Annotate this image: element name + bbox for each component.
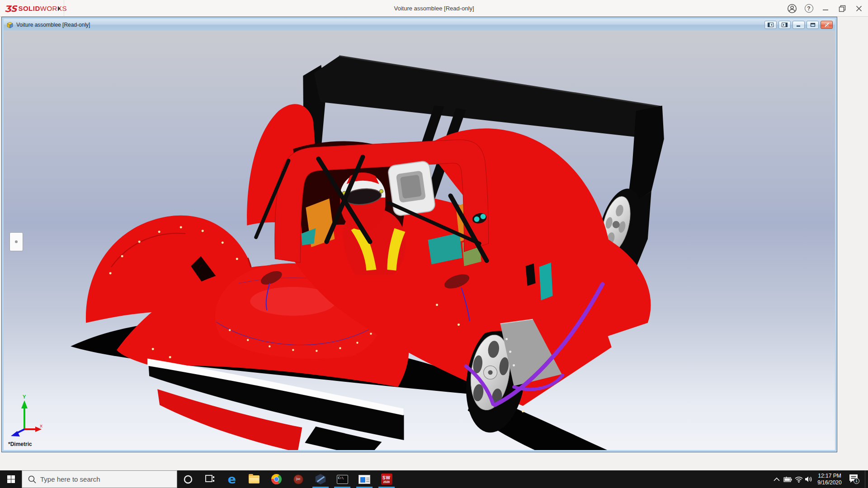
search-input[interactable]: [40, 471, 174, 488]
window-app-icon: [359, 475, 370, 484]
app-icon-snipping-tool[interactable]: ✂: [288, 470, 309, 488]
clock-date: 9/16/2020: [817, 479, 841, 486]
clock[interactable]: 12:17 PM 9/16/2020: [814, 470, 845, 488]
doc-restore-icon: [810, 23, 816, 27]
account-button[interactable]: [785, 1, 799, 15]
app-icon-window-app[interactable]: [354, 470, 375, 488]
app-restore-button[interactable]: [835, 1, 849, 15]
battery-status-button[interactable]: [783, 470, 793, 488]
tray-expand-button[interactable]: [771, 470, 782, 488]
taskbar-search[interactable]: [22, 470, 177, 488]
app-minimize-button[interactable]: [818, 1, 833, 15]
solidworks-logo-mark: ƷS: [5, 4, 16, 14]
wifi-icon: [795, 476, 803, 483]
document-window: Voiture assomblee [Read-only]: [1, 17, 837, 452]
view-orientation-label: *Dimetric: [8, 441, 32, 447]
app-icon-hexagon[interactable]: [310, 470, 331, 488]
help-icon: ?: [805, 4, 813, 13]
airbox: [387, 160, 436, 216]
windows-logo-icon: [7, 475, 15, 483]
graphics-viewport[interactable]: Y x *Dimetric: [4, 31, 835, 450]
document-title: Voiture assomblee [Read-only]: [16, 22, 764, 28]
svg-text:Y: Y: [23, 394, 26, 399]
menu-flyout-arrow-icon[interactable]: [58, 6, 61, 11]
doc-pane-right-button[interactable]: [778, 21, 791, 29]
show-desktop-button[interactable]: [865, 470, 868, 488]
assembly-icon: [6, 21, 14, 28]
taskbar: e ✂ C:\ SW 2020: [0, 470, 868, 488]
feature-tree-splitter-tab[interactable]: [9, 232, 23, 251]
minimize-icon: [822, 5, 829, 12]
chrome-icon: [271, 474, 282, 484]
app-close-button[interactable]: [852, 1, 866, 15]
hexagon-app-icon: [315, 474, 326, 484]
collapse-right-pane-icon: [782, 23, 788, 27]
task-view-icon: [205, 474, 215, 484]
command-prompt-icon: C:\: [337, 475, 348, 484]
search-icon: [28, 475, 37, 484]
doc-minimize-button[interactable]: [793, 21, 805, 29]
app-icon-terminal[interactable]: C:\: [331, 470, 353, 488]
action-center-button[interactable]: 1: [845, 470, 862, 488]
solidworks-logo-solid: SOLID: [18, 5, 40, 12]
start-button[interactable]: [0, 470, 22, 488]
solidworks-logo-works: WORKS: [40, 5, 67, 12]
app-icon-file-explorer[interactable]: [243, 470, 265, 488]
chevron-up-icon: [774, 477, 780, 481]
document-titlebar[interactable]: Voiture assomblee [Read-only]: [4, 19, 835, 31]
clock-time: 12:17 PM: [818, 473, 841, 479]
app-title: Voiture assomblee [Read-only]: [0, 0, 868, 17]
task-view-button[interactable]: [199, 470, 221, 488]
cortana-button[interactable]: [177, 470, 199, 488]
app-icon-solidworks[interactable]: SW 2020: [376, 470, 397, 488]
doc-restore-button[interactable]: [807, 21, 819, 29]
close-icon: [856, 5, 862, 12]
cortana-icon: [183, 474, 193, 484]
titlebar-divider: [64, 0, 64, 17]
app-icon-chrome[interactable]: [265, 470, 287, 488]
solidworks-2020-icon: SW 2020: [381, 474, 392, 485]
wifi-status-button[interactable]: [793, 470, 804, 488]
account-icon: [787, 4, 797, 14]
file-explorer-icon: [249, 475, 259, 483]
app-titlebar: ƷS SOLIDWORKS Voiture assomblee [Read-on…: [0, 0, 868, 17]
notification-badge: 1: [854, 478, 859, 484]
doc-minimize-icon: [796, 23, 802, 27]
collapse-left-pane-icon: [768, 23, 774, 27]
doc-pane-left-button[interactable]: [764, 21, 777, 29]
splitter-grip-dot: [15, 240, 18, 243]
app-icon-edge[interactable]: e: [221, 470, 243, 488]
svg-text:x: x: [40, 423, 43, 428]
orientation-triad: Y x: [7, 394, 45, 437]
car-model: [4, 31, 835, 450]
speaker-icon: [805, 476, 813, 483]
restore-icon: [839, 5, 846, 12]
doc-close-icon: [824, 23, 830, 27]
doc-close-button[interactable]: [821, 21, 833, 29]
help-button[interactable]: ?: [802, 1, 816, 15]
edge-icon: e: [228, 472, 236, 486]
battery-charging-icon: [783, 477, 793, 482]
volume-status-button[interactable]: [803, 470, 814, 488]
snipping-tool-icon: ✂: [293, 474, 303, 484]
